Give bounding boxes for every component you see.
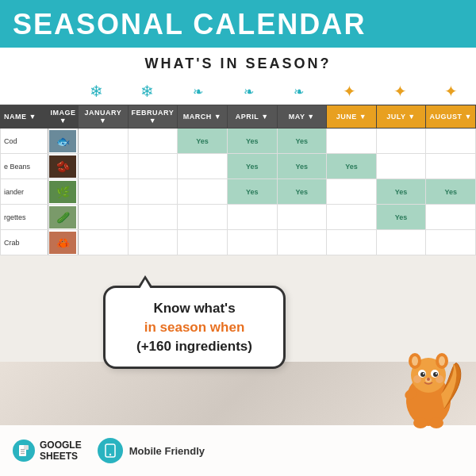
svg-rect-22 <box>21 449 25 450</box>
cell-crab-aug <box>426 230 476 255</box>
winter-icon-feb: ❄ <box>122 80 173 102</box>
season-icons-row: ❄ ❄ ❧ ❧ ❧ ✦ ✦ ✦ <box>0 77 476 105</box>
svg-point-3 <box>412 356 418 366</box>
col-january: JANUARY ▼ <box>79 106 129 129</box>
cell-cor-feb <box>128 179 178 205</box>
cell-beans-mar <box>178 154 228 179</box>
row-name-beans: e Beans <box>1 154 48 179</box>
header-bar: SEASONAL CALENDA R <box>0 0 476 48</box>
row-name-cod: Cod <box>1 129 48 154</box>
squirrel-svg <box>389 329 468 432</box>
bubble-text: Know what's in season when (+160 ingredi… <box>120 299 269 355</box>
summer-icon-aug: ✦ <box>425 80 476 102</box>
spring-icon-apr: ❧ <box>223 83 274 101</box>
cell-cou-may <box>277 205 327 230</box>
cell-cod-jan <box>79 129 129 154</box>
cell-cou-apr <box>227 205 277 230</box>
row-img-cod: 🐟 <box>48 129 79 154</box>
row-img-beans: 🫘 <box>48 154 79 179</box>
cell-cor-may: Yes <box>277 179 327 205</box>
page-title: SEASONAL CALENDA <box>13 8 344 41</box>
cell-crab-jan <box>79 230 129 255</box>
svg-point-10 <box>423 373 424 374</box>
row-img-crab: 🦀 <box>48 230 79 255</box>
calendar-table-wrapper: NAME ▼ IMAGE ▼ JANUARY ▼ FEBRUARY ▼ MARC… <box>0 105 476 255</box>
table-row: Crab 🦀 <box>1 230 476 255</box>
subtitle-row: WHAT'S IN SEASON? <box>0 48 476 77</box>
cell-beans-jun: Yes <box>327 154 377 179</box>
table-row: rgettes 🥒 Yes <box>1 205 476 230</box>
svg-point-14 <box>413 375 421 383</box>
cell-cod-mar: Yes <box>178 129 228 154</box>
cell-crab-jun <box>327 230 377 255</box>
cell-crab-jul <box>376 230 426 255</box>
cell-crab-may <box>277 230 327 255</box>
google-sheets-label: GOOGLE SHEETS <box>40 440 82 463</box>
row-img-courgettes: 🥒 <box>48 205 79 230</box>
subtitle-text: WHAT'S IN SEASON? <box>0 56 476 72</box>
svg-point-19 <box>429 417 443 428</box>
cell-cod-feb <box>128 129 178 154</box>
squirrel-character <box>389 329 468 432</box>
cell-beans-jan <box>79 154 129 179</box>
table-row: iander 🌿 Yes Yes Yes Yes <box>1 179 476 205</box>
cell-cod-jun <box>327 129 377 154</box>
speech-bubble: Know what's in season when (+160 ingredi… <box>103 286 286 369</box>
cell-cor-mar <box>178 179 228 205</box>
svg-rect-23 <box>21 451 25 452</box>
row-name-crab: Crab <box>1 230 48 255</box>
bubble-line3: (+160 ingredients) <box>136 339 252 354</box>
title-suffix: R <box>344 8 366 41</box>
col-march: MARCH ▼ <box>178 106 228 129</box>
svg-point-26 <box>109 454 110 455</box>
cell-beans-apr: Yes <box>227 154 277 179</box>
cell-cou-aug <box>426 205 476 230</box>
spring-icon-mar: ❧ <box>173 83 224 101</box>
page-container: SEASONAL CALENDA R WHAT'S IN SEASON? ❄ ❄… <box>0 0 476 476</box>
cell-beans-aug <box>426 154 476 179</box>
row-img-coriander: 🌿 <box>48 179 79 205</box>
cell-cor-jun <box>327 179 377 205</box>
google-sheets-badge: GOOGLE SHEETS <box>13 440 82 463</box>
cell-cor-jan <box>79 179 129 205</box>
google-sheets-icon <box>13 440 35 462</box>
cell-beans-jul <box>376 154 426 179</box>
cell-cor-aug: Yes <box>426 179 476 205</box>
cell-cou-jul: Yes <box>376 205 426 230</box>
table-row: e Beans 🫘 Yes Yes Yes <box>1 154 476 179</box>
phone-icon <box>98 438 123 463</box>
cell-crab-feb <box>128 230 178 255</box>
col-image: IMAGE ▼ <box>48 106 79 129</box>
mobile-badge: Mobile Friendly <box>98 438 205 463</box>
svg-point-11 <box>436 373 437 374</box>
bubble-line1: Know what's <box>153 301 235 316</box>
col-june: JUNE ▼ <box>327 106 377 129</box>
cell-cod-aug <box>426 129 476 154</box>
cell-cod-may: Yes <box>277 129 327 154</box>
row-name-coriander: iander <box>1 179 48 205</box>
cell-beans-may: Yes <box>277 154 327 179</box>
cell-crab-apr <box>227 230 277 255</box>
cell-cou-jun <box>327 205 377 230</box>
spring-icon-may: ❧ <box>274 83 324 101</box>
cell-cou-jan <box>79 205 129 230</box>
col-name: NAME ▼ <box>1 106 48 129</box>
summer-icon-jul: ✦ <box>375 80 426 102</box>
col-february: FEBRUARY ▼ <box>128 106 178 129</box>
col-july: JULY ▼ <box>376 106 426 129</box>
col-april: APRIL ▼ <box>227 106 277 129</box>
summer-icon-jun: ✦ <box>324 80 375 102</box>
svg-point-5 <box>439 356 445 366</box>
cell-cod-apr: Yes <box>227 129 277 154</box>
cell-crab-mar <box>178 230 228 255</box>
svg-point-13 <box>427 378 430 381</box>
row-name-courgettes: rgettes <box>1 205 48 230</box>
calendar-table: NAME ▼ IMAGE ▼ JANUARY ▼ FEBRUARY ▼ MARC… <box>0 105 476 255</box>
svg-point-18 <box>413 417 428 428</box>
svg-point-8 <box>420 372 425 377</box>
col-august: AUGUST ▼ <box>426 106 476 129</box>
svg-point-15 <box>436 375 443 383</box>
winter-icon-jan: ❄ <box>71 80 122 102</box>
cell-cor-apr: Yes <box>227 179 277 205</box>
cell-cor-jul: Yes <box>376 179 426 205</box>
